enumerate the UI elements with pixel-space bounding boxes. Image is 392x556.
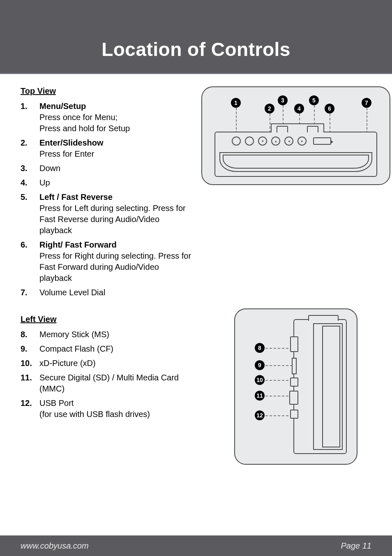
item-desc: (for use with USB flash drives) [39,409,150,420]
callout-badge: 1 [231,98,241,108]
item-title: Compact Flash (CF) [39,344,113,353]
item-number: 2. [21,137,39,160]
diagram-column: 1 2 3 4 5 6 7 ▾ [201,86,390,465]
item-number: 8. [21,329,39,340]
enter-button-icon [245,137,254,146]
callout-badge: 10 [255,375,265,385]
callout-badge: 6 [325,104,334,114]
callout-badge: 11 [255,391,265,401]
list-item: 7. Volume Level Dial [21,287,193,298]
body: Top View 1. Menu/Setup Press once for Me… [0,74,392,465]
list-item: 8. Memory Stick (MS) [21,329,193,340]
item-desc: Press for Enter [39,148,104,160]
device-side-inner [313,323,343,450]
menu-button-icon [232,137,241,146]
item-title: Right/ Fast Forward [39,240,117,249]
callout-badge: 8 [255,343,265,353]
list-item: 3. Down [21,163,193,174]
top-view-list: 1. Menu/Setup Press once for Menu; Press… [21,101,193,298]
xd-slot-icon [290,378,298,387]
item-number: 3. [21,163,39,174]
list-item: 5. Left / Fast Reverse Press for Left du… [21,192,193,236]
left-view-list: 8. Memory Stick (MS) 9. Compact Flash (C… [21,329,193,420]
item-title: Left / Fast Reverse [39,192,113,202]
device-outline: ▾ ▴ ◂ ▸ [214,132,377,177]
item-number: 6. [21,239,39,284]
footer-url: www.cobyusa.com [21,541,89,551]
item-number: 1. [21,101,39,134]
cf-slot-icon [292,358,297,374]
list-item: 9. Compact Flash (CF) [21,343,193,354]
list-item: 6. Right/ Fast Forward Press for Right d… [21,239,193,284]
footer-page: Page 11 [341,541,371,551]
text-column: Top View 1. Menu/Setup Press once for Me… [21,86,193,465]
item-number: 5. [21,192,39,236]
item-number: 7. [21,287,39,298]
item-number: 11. [21,372,39,394]
top-view-heading: Top View [21,86,193,96]
callout-badge: 12 [255,410,265,420]
device-side-inner2 [322,326,340,447]
item-title: Enter/Slideshow [39,138,104,147]
item-number: 10. [21,358,39,369]
device-side-outline [293,319,347,454]
item-title: Menu/Setup [39,102,86,111]
item-title: Up [39,178,50,187]
callout-badge: 7 [362,98,371,108]
list-item: 1. Menu/Setup Press once for Menu; Press… [21,101,193,134]
item-number: 9. [21,343,39,354]
left-view-heading: Left View [21,315,193,324]
top-view-diagram: 1 2 3 4 5 6 7 ▾ [201,86,390,185]
callout-badge: 4 [294,104,304,114]
item-title: xD-Picture (xD) [39,359,96,368]
left-view-diagram: 8 9 10 11 12 [234,308,357,465]
left-button-icon: ◂ [284,137,293,146]
callout-badge: 5 [309,95,319,105]
item-desc: Press for Left during selecting. Press f… [39,203,193,236]
list-item: 11. Secure Digital (SD) / Multi Media Ca… [21,372,193,394]
item-title: USB Port [39,398,74,408]
footer-bar: www.cobyusa.com Page 11 [0,535,392,556]
down-button-icon: ▾ [258,137,267,146]
item-title: Down [39,164,60,173]
item-number: 12. [21,398,39,420]
item-title: Volume Level Dial [39,288,105,297]
list-item: 10. xD-Picture (xD) [21,358,193,369]
callout-badge: 2 [265,104,274,114]
item-desc: Press once for Menu; Press and hold for … [39,112,130,134]
device-stand [271,123,324,132]
ms-slot-icon [290,336,298,352]
top-button-row: ▾ ▴ ◂ ▸ [232,137,331,146]
item-title: Secure Digital (SD) / Multi Media Card (… [39,373,179,393]
header-bar: Location of Controls [0,0,392,74]
right-button-icon: ▸ [297,137,307,146]
item-number: 4. [21,177,39,188]
stand-detail [307,126,318,132]
page-title: Location of Controls [101,38,291,60]
callout-badge: 9 [255,360,265,370]
item-desc: Press for Right during selecting. Press … [39,250,193,284]
stand-detail [277,126,288,132]
usb-port-icon [290,410,298,419]
item-title: Memory Stick (MS) [39,330,109,339]
list-item: 12. USB Port (for use with USB flash dri… [21,398,193,420]
sd-slot-icon [289,391,298,405]
list-item: 4. Up [21,177,193,188]
volume-dial-icon [313,137,331,145]
device-base [219,152,372,172]
up-button-icon: ▴ [271,137,280,146]
list-item: 2. Enter/Slideshow Press for Enter [21,137,193,160]
callout-badge: 3 [278,95,288,105]
